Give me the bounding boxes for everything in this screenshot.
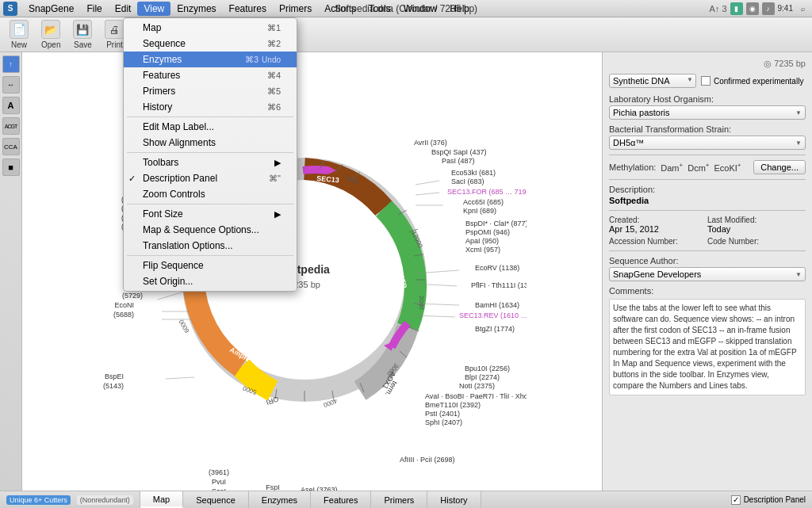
tab-map[interactable]: Map [140,491,183,508]
bp-count-badge: ◎ 7235 bp [764,59,806,69]
dna-type-select[interactable]: Synthetic DNA [609,74,696,88]
sidebar-tool-rect[interactable]: ■ [2,159,20,176]
svg-text:ScaI: ScaI [211,487,225,491]
change-button[interactable]: Change... [753,160,806,174]
dd-item-show-alignments[interactable]: Show Alignments [124,135,297,151]
svg-text:XcmI (957): XcmI (957) [465,246,500,254]
accession-col: Accession Number: [609,237,707,246]
dd-desc-label: Description Panel [143,173,217,184]
menu-file[interactable]: File [80,2,108,16]
new-label: New [11,40,27,49]
dd-item-description-panel[interactable]: ✓ Description Panel ⌘" [124,170,297,186]
confirmed-checkbox-row: Confirmed experimentally [701,76,803,86]
dd-item-toolbars[interactable]: Toolbars ▶ [124,155,297,170]
code-col: Code Number: [707,237,806,246]
svg-line-93 [416,181,439,185]
sidebar-tool-select[interactable]: ↔ [2,76,20,94]
seq-author-select[interactable]: SnapGene Developers [609,267,806,281]
menubar: S SnapGene File Edit View Enzymes Featur… [0,0,812,17]
sidebar-tool-sequence[interactable]: ACGT [2,117,20,135]
bact-strain-label: Bacterial Transformation Strain: [609,124,806,134]
ecoki-label: EcoKI+ [714,162,741,173]
main-area: ↑ ↔ A ACGT CCA ■ [0,52,812,491]
description-panel-toggle[interactable]: ✓ Description Panel [725,491,812,508]
dd-item-edit-map-label[interactable]: Edit Map Label... [124,119,297,135]
dd-prim-shortcut: ⌘5 [267,86,281,97]
svg-text:NotI (2375): NotI (2375) [459,382,495,390]
dd-sep-3 [127,204,293,204]
lab-host-select[interactable]: Pichia pastoris [609,105,806,120]
menu-features[interactable]: Features [223,2,273,16]
menu-edit[interactable]: Edit [109,2,138,16]
svg-text:(5729): (5729) [121,292,142,300]
dd-item-sequence[interactable]: Sequence ⌘2 [124,36,297,52]
desc-panel-checkbox[interactable]: ✓ [731,495,741,505]
save-label: Save [74,40,92,49]
open-button[interactable]: 📂 Open [36,18,65,51]
dd-item-zoom-controls[interactable]: Zoom Controls [124,186,297,202]
dd-enz-shortcut: ⌘3 [245,55,259,65]
svg-text:2000: 2000 [418,296,425,310]
spotlight-icon: ⌕ [796,2,809,15]
svg-text:PasI (487): PasI (487) [442,157,475,165]
svg-text:SphI (2407): SphI (2407) [425,418,462,426]
dd-map-shortcut: ⌘1 [267,23,281,33]
new-button[interactable]: 📄 New [5,18,33,51]
dd-item-set-origin[interactable]: Set Origin... [124,273,297,289]
wifi-icon: ◉ [746,2,759,15]
dd-font-label: Font Size [143,208,183,220]
time-icon: 9:41 [778,2,793,15]
dd-item-history[interactable]: History ⌘6 [124,99,297,115]
dd-desc-check: ✓ [128,174,136,184]
confirmed-checkbox[interactable] [701,76,710,86]
dd-item-primers[interactable]: Primers ⌘5 [124,83,297,99]
tab-primers[interactable]: Primers [371,491,427,508]
dd-item-translation-options[interactable]: Translation Options... [124,238,297,254]
svg-text:AvaI · BsoBI · PaeR7I · TliI ·: AvaI · BsoBI · PaeR7I · TliI · XhoI (239… [425,392,527,400]
sidebar-tool-pointer[interactable]: ↑ [2,55,20,73]
sidebar-tool-text[interactable]: A [2,97,20,114]
print-label: Print [106,40,123,49]
tab-enzymes[interactable]: Enzymes [249,491,311,508]
map-area[interactable]: 1000 12000 2000 3000 4000 5000 6000 7000… [22,52,602,491]
accession-row: Accession Number: Code Number: [609,237,806,246]
dd-item-map[interactable]: Map ⌘1 [124,20,297,36]
svg-text:Eco53kI (681): Eco53kI (681) [451,169,496,177]
dd-map-seq-label: Map & Sequence Options... [143,224,259,235]
dates-row: Created: Apr 15, 2012 Last Modified: Tod… [609,216,806,234]
menu-view[interactable]: View [137,2,170,16]
dd-trans-label: Translation Options... [143,240,233,251]
dd-item-features[interactable]: Features ⌘4 [124,67,297,83]
svg-text:ApaI (950): ApaI (950) [465,237,499,245]
print-icon: 🖨 [105,20,124,39]
save-button[interactable]: 💾 Save [68,18,97,51]
svg-text:PstI (2401): PstI (2401) [425,410,460,418]
dd-item-map-seq-options[interactable]: Map & Sequence Options... [124,222,297,238]
dd-item-enzymes[interactable]: Enzymes ⌘3 Undo [124,52,297,67]
tab-history[interactable]: History [427,491,481,508]
tab-features[interactable]: Features [311,491,371,508]
menu-primers[interactable]: Primers [273,2,318,16]
svg-text:FspI: FspI [266,483,280,491]
svg-text:6000: 6000 [177,318,190,334]
menu-snapgene[interactable]: SnapGene [22,2,80,16]
dd-seq-shortcut: ⌘2 [267,39,281,49]
dd-show-align-label: Show Alignments [143,137,216,148]
dd-item-font-size[interactable]: Font Size ▶ [124,206,297,222]
sidebar-tool-codon[interactable]: CCA [2,138,20,155]
bact-strain-select[interactable]: DH5α™ [609,136,806,150]
methylation-label: Methylation: [609,162,656,172]
unique-badge: Unique 6+ Cutters [6,495,71,505]
created-value: Apr 15, 2012 [609,224,707,234]
dd-map-label: Map [143,22,161,33]
dd-zoom-label: Zoom Controls [143,189,205,200]
dam-label: Dam+ [661,162,683,173]
svg-text:BspQI    SapI (437): BspQI SapI (437) [431,148,487,156]
tab-sequence[interactable]: Sequence [183,491,249,508]
menu-enzymes[interactable]: Enzymes [170,2,222,16]
dd-sep-2 [127,152,293,153]
dd-item-flip-sequence[interactable]: Flip Sequence [124,258,297,273]
divider-4 [609,250,806,251]
svg-text:BspDI* · ClaI* (877): BspDI* · ClaI* (877) [465,220,527,227]
dd-enz-undo: Undo [262,55,281,64]
